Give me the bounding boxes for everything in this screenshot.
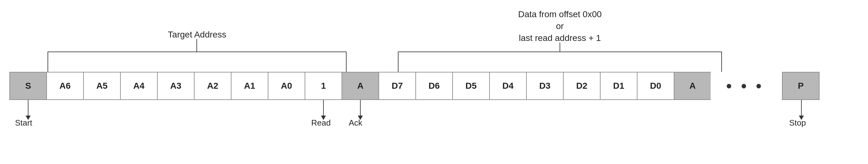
cell-d6: D6 <box>415 72 453 100</box>
cell-ack1: A <box>342 72 379 100</box>
cell-a6: A6 <box>46 72 84 100</box>
data-label-line2: or <box>398 21 722 31</box>
diagram-container: Target Address Data from offset 0x00 or … <box>0 0 868 164</box>
cell-d0: D0 <box>637 72 674 100</box>
data-label-line3: last read address + 1 <box>398 33 722 43</box>
cell-a5: A5 <box>83 72 121 100</box>
cell-dots: • • • <box>711 72 779 100</box>
cell-d3: D3 <box>526 72 564 100</box>
ack-label: Ack <box>349 118 362 128</box>
data-bracket <box>398 52 722 72</box>
target-address-tick <box>196 39 197 52</box>
cell-d4: D4 <box>489 72 527 100</box>
cell-d2: D2 <box>563 72 600 100</box>
cell-a4: A4 <box>120 72 158 100</box>
cell-d5: D5 <box>452 72 490 100</box>
data-bracket-tick <box>560 42 560 52</box>
stop-label: Stop <box>789 118 806 128</box>
cell-p: P <box>782 72 819 100</box>
cell-a0: A0 <box>268 72 305 100</box>
cell-d1: D1 <box>600 72 638 100</box>
ack-arrow <box>358 100 363 120</box>
data-label-line1: Data from offset 0x00 <box>398 9 722 20</box>
cell-a3: A3 <box>157 72 194 100</box>
target-address-bracket <box>48 52 347 72</box>
read-arrow <box>321 100 326 120</box>
cell-a2: A2 <box>194 72 231 100</box>
cell-a1: A1 <box>231 72 268 100</box>
start-label: Start <box>15 118 32 128</box>
cell-ack2: A <box>674 72 711 100</box>
start-arrow <box>26 100 31 120</box>
read-label: Read <box>311 118 331 128</box>
cell-s: S <box>9 72 47 100</box>
cell-read: 1 <box>305 72 342 100</box>
cells-row: S A6 A5 A4 A3 A2 A1 A0 1 A D7 D6 D5 D4 D… <box>9 72 819 100</box>
cell-d7: D7 <box>378 72 416 100</box>
stop-arrow <box>799 100 804 120</box>
target-address-label: Target Address <box>48 30 347 40</box>
